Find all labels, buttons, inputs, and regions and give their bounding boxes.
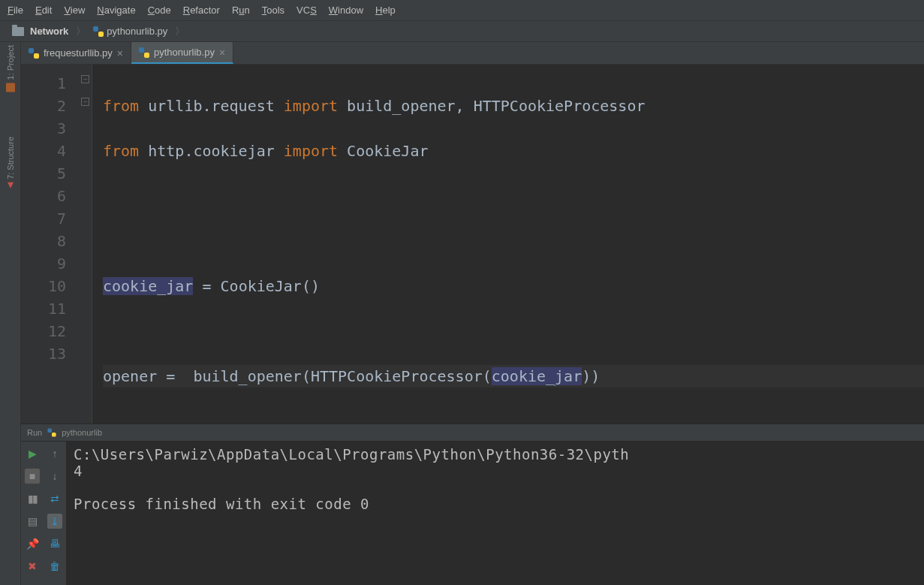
tool-window-structure[interactable]: 7: Structure [6,137,15,188]
left-tool-rail: 1: Project 7: Structure [0,42,21,585]
run-tool-window: Run pythonurlib ▶ ■ ▮▮ ▤ 📌 ✖ ↑ ↓ ⇄ ⤓ [21,424,924,585]
clear-all-button[interactable]: 🗑 [47,559,62,574]
up-stack-button[interactable]: ↑ [47,446,62,461]
console-line: C:\Users\Parwiz\AppData\Local\Programs\P… [74,446,629,463]
menu-edit[interactable]: Edit [35,5,52,16]
console-line: 4 [74,463,83,479]
rerun-button[interactable]: ▶ [25,446,40,461]
editor-tab-pythonurlib[interactable]: pythonurlib.py × [131,42,233,64]
menu-vcs[interactable]: VCS [296,5,317,16]
fold-region-icon[interactable]: − [81,75,89,83]
editor-tab-frequesturllib[interactable]: frequesturllib.py × [21,42,131,64]
code-editor[interactable]: 1234567 8910111213 − − from urllib.reque… [21,65,924,424]
console-output[interactable]: C:\Users\Parwiz\AppData\Local\Programs\P… [66,442,924,585]
breadcrumb-project-label: Network [30,26,68,37]
code-text-area[interactable]: from urllib.request import build_opener,… [92,65,924,424]
run-header-title: Run [27,428,42,437]
chevron-right-icon: 〉 [76,25,86,38]
pause-button[interactable]: ▮▮ [25,491,40,506]
menu-navigate[interactable]: Navigate [97,5,135,16]
dump-threads-button[interactable]: ▤ [25,514,40,529]
tool-window-structure-label: 7: Structure [6,137,15,179]
breadcrumbs-bar: Network 〉 pythonurlib.py 〉 [0,21,924,42]
tool-window-project[interactable]: 1: Project [6,45,15,92]
menu-window[interactable]: Window [329,5,363,16]
breadcrumb-file[interactable]: pythonurlib.py [89,26,172,37]
menu-code[interactable]: Code [148,5,171,16]
print-button[interactable]: 🖶 [47,536,62,551]
run-secondary-toolbar: ↑ ↓ ⇄ ⤓ 🖶 🗑 [44,442,66,585]
editor-tab-label: frequesturllib.py [44,47,113,59]
run-header[interactable]: Run pythonurlib [21,424,924,442]
chevron-right-icon: 〉 [175,25,185,38]
menu-file[interactable]: File [8,5,23,16]
run-config-name: pythonurlib [62,428,102,437]
stop-button[interactable]: ■ [25,469,40,484]
close-icon[interactable]: × [219,47,225,59]
structure-tool-icon [8,182,14,188]
console-line: Process finished with exit code 0 [74,496,369,512]
run-primary-toolbar: ▶ ■ ▮▮ ▤ 📌 ✖ [21,442,44,585]
menu-view[interactable]: View [64,5,85,16]
tool-window-project-label: 1: Project [6,45,15,80]
breadcrumb-project[interactable]: Network [8,26,73,37]
breadcrumb-file-label: pythonurlib.py [107,26,167,37]
python-run-icon [48,428,56,436]
close-icon[interactable]: × [117,47,123,59]
editor-tab-label: pythonurlib.py [154,47,215,58]
soft-wrap-button[interactable]: ⇄ [47,491,62,506]
editor-tab-row: frequesturllib.py × pythonurlib.py × [21,42,924,65]
editor-gutter: 1234567 8910111213 [21,65,81,424]
python-file-icon [139,47,149,58]
editor-fold-strip: − − [81,65,92,424]
menu-refactor[interactable]: Refactor [183,5,220,16]
project-tool-icon [6,83,15,92]
menu-help[interactable]: Help [375,5,396,16]
menu-tools[interactable]: Tools [262,5,284,16]
main-menu-bar: File Edit View Navigate Code Refactor Ru… [0,0,924,21]
folder-icon [12,27,24,36]
scroll-to-end-button[interactable]: ⤓ [47,514,62,529]
python-file-icon [29,48,39,59]
fold-region-icon[interactable]: − [81,98,89,106]
close-tab-button[interactable]: ✖ [25,559,40,574]
down-stack-button[interactable]: ↓ [47,469,62,484]
pin-tab-button[interactable]: 📌 [25,536,40,551]
python-file-icon [93,26,104,37]
menu-run[interactable]: Run [232,5,250,16]
